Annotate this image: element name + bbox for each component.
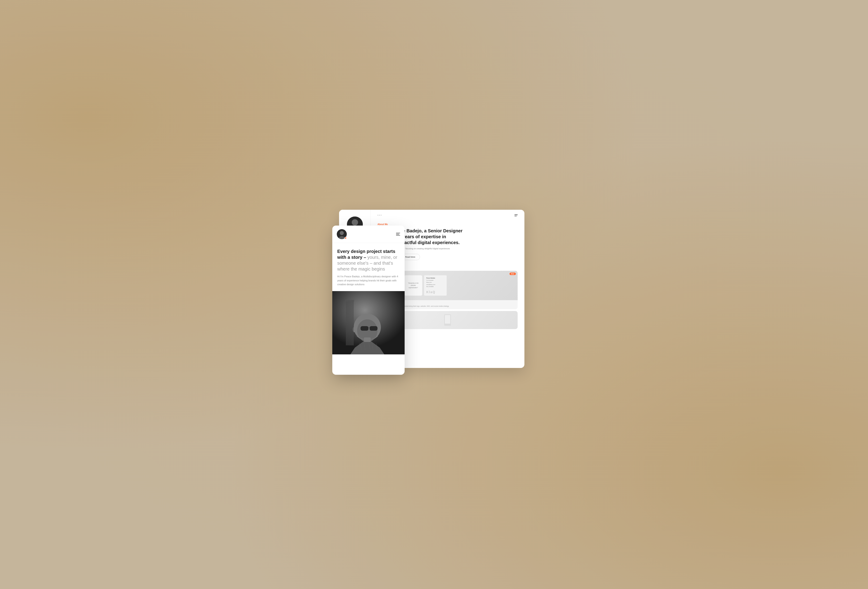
svg-rect-18 <box>360 326 368 331</box>
mobile-card: Every design project starts with a story… <box>332 226 404 375</box>
hamburger-line-2 <box>514 215 518 216</box>
klaq-logo-2: KlaQ <box>426 290 444 294</box>
svg-point-11 <box>340 231 344 235</box>
svg-point-2 <box>352 219 358 226</box>
svg-rect-19 <box>370 326 378 331</box>
dot-3 <box>381 215 382 216</box>
hamburger-line-3 <box>514 216 517 216</box>
mobile-body-text: Hi I'm Peace Badejo, a Multidisciplinary… <box>337 275 400 286</box>
svg-rect-24 <box>364 337 371 342</box>
mobile-content: Every design project starts with a story… <box>332 243 404 286</box>
top-bar <box>378 214 518 216</box>
klaq-quote: "Simplicity is the ultimate sophisticati… <box>406 282 420 289</box>
mobile-hamburger-menu[interactable] <box>396 233 400 236</box>
dot-2 <box>379 215 380 216</box>
klaq-card2-name: Peace Badejo <box>426 277 444 279</box>
mobile-ham-line-3 <box>396 235 400 236</box>
mobile-ham-line-2 <box>396 234 399 235</box>
mobile-avatar-wrapper <box>337 229 347 239</box>
mobile-hero-image <box>332 291 404 354</box>
svg-rect-9 <box>445 315 450 324</box>
scene-container: badejo Product Designer Ibadan, Nigeria … <box>332 210 536 379</box>
read-more-label: Read More <box>405 256 415 258</box>
new-badge: New <box>509 273 516 275</box>
hamburger-line-1 <box>514 214 518 215</box>
mobile-headline: Every design project starts with a story… <box>337 248 400 272</box>
notification-dot <box>344 237 347 239</box>
mobile-header <box>332 226 404 243</box>
nav-dots <box>378 215 382 216</box>
svg-rect-23 <box>345 300 354 301</box>
mobile-ham-line-1 <box>396 233 400 233</box>
klaq-card2-role: Co-Founder <box>426 279 444 282</box>
about-me-label: About Me <box>378 223 518 226</box>
svg-rect-22 <box>346 300 354 345</box>
dot-1 <box>378 215 378 216</box>
hamburger-menu[interactable] <box>514 214 518 216</box>
